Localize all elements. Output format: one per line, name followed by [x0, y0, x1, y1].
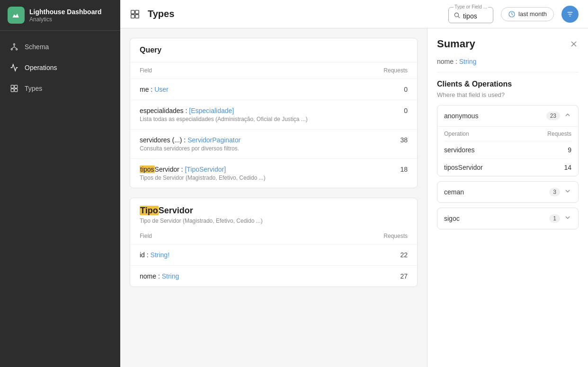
- tipo-servidor-table-header: Field Requests: [130, 228, 417, 245]
- svg-rect-6: [11, 85, 14, 88]
- op-name-servidores: servidores: [444, 146, 475, 154]
- app-info: Lighthouse Dashboard Analytics: [29, 8, 101, 23]
- chevron-down-icon-sigoc: [564, 214, 571, 223]
- table-row: nome : String 27: [130, 266, 417, 287]
- client-count-sigoc: 1: [549, 214, 560, 223]
- close-button[interactable]: [569, 39, 579, 49]
- tipo-rest: Servidor: [159, 206, 193, 215]
- svg-point-2: [16, 49, 18, 50]
- sidebar-label-types: Types: [25, 85, 42, 92]
- field-name-especialidades: especialidades: [140, 107, 184, 114]
- svg-rect-13: [135, 14, 139, 17]
- client-header-anonymous[interactable]: anonymous 23: [437, 105, 578, 126]
- app-name: Lighthouse Dashboard: [29, 8, 101, 16]
- ops-header-requests: Requests: [547, 131, 571, 137]
- field-desc-servidores: Consulta servidores por diversos filtros…: [140, 145, 241, 152]
- field-info: servidores (...) : ServidorPaginator Con…: [140, 136, 241, 152]
- request-count-especialidades: 0: [404, 107, 408, 114]
- clients-section-subtitle: Where that field is used?: [437, 91, 579, 98]
- field-col-header: Field: [140, 233, 152, 239]
- client-count-ceman: 3: [549, 188, 560, 196]
- query-table-header: Field Requests: [130, 62, 417, 79]
- svg-point-1: [11, 49, 12, 50]
- time-filter-button[interactable]: last month: [501, 7, 554, 21]
- client-ops-anonymous: Operation Requests servidores 9 tiposSer…: [437, 126, 578, 176]
- sidebar-nav: Schema Operations Types: [0, 31, 120, 105]
- op-name-tiposservidor: tiposServidor: [444, 164, 483, 171]
- request-count-tiposservidor: 18: [400, 166, 408, 173]
- sidebar-label-operations: Operations: [25, 64, 57, 71]
- panel-field-name: nome: [437, 58, 454, 65]
- schema-icon: [9, 42, 19, 52]
- field-column-header: Field: [140, 67, 152, 74]
- panel-header: Sumary: [437, 38, 579, 50]
- request-count-me: 0: [404, 86, 408, 93]
- table-row: me : User 0: [130, 79, 417, 100]
- client-name-anonymous: anonymous: [444, 112, 478, 120]
- field-info: especialidades : [Especialidade] Lista t…: [140, 107, 308, 122]
- field-type-especialidade[interactable]: [Especialidade]: [189, 107, 234, 114]
- page-type-icon: [130, 9, 140, 19]
- sidebar-item-operations[interactable]: Operations: [0, 57, 120, 78]
- summary-panel: Sumary nome : String Clients & Operation…: [427, 28, 588, 367]
- panel-field-type[interactable]: String: [459, 58, 477, 65]
- client-header-sigoc[interactable]: sigoc 1: [437, 208, 578, 229]
- client-count-anonymous: 23: [546, 112, 560, 120]
- app-subtitle: Analytics: [29, 16, 101, 23]
- op-row-servidores: servidores 9: [444, 141, 571, 159]
- search-icon: [454, 12, 460, 20]
- field-type-user[interactable]: User: [154, 86, 169, 93]
- field-info: tiposServidor : [TipoServidor] Tipos de …: [140, 166, 266, 181]
- table-row: id : String! 22: [130, 245, 417, 266]
- field-info: me : User: [140, 86, 169, 93]
- request-count-id: 22: [400, 251, 408, 259]
- field-type-servidorpaginator[interactable]: ServidorPaginator: [187, 136, 241, 144]
- sidebar-item-schema[interactable]: Schema: [0, 36, 120, 57]
- request-count-nome: 27: [400, 272, 408, 280]
- svg-line-4: [12, 47, 14, 49]
- field-nome: nome: [140, 272, 156, 280]
- svg-rect-9: [15, 89, 18, 92]
- page-title: Types: [148, 9, 174, 19]
- time-filter-label: last month: [518, 10, 547, 17]
- client-block-anonymous: anonymous 23 Operation Requests servid: [437, 105, 579, 176]
- types-icon: [9, 84, 19, 93]
- table-row: tiposServidor : [TipoServidor] Tipos de …: [130, 159, 417, 188]
- sidebar-item-types[interactable]: Types: [0, 78, 120, 99]
- client-block-sigoc: sigoc 1: [437, 208, 579, 229]
- field-name-servidores: servidores (...): [140, 136, 182, 144]
- panel-field-info: nome : String: [437, 58, 579, 72]
- field-desc-especialidades: Lista todas as especialidades (Administr…: [140, 116, 308, 122]
- svg-rect-8: [11, 89, 14, 92]
- client-header-ceman[interactable]: ceman 3: [437, 182, 578, 202]
- svg-line-15: [458, 17, 460, 18]
- svg-rect-12: [131, 14, 134, 17]
- field-desc-tiposservidor: Tipos de Servidor (Magistrado, Efetivo, …: [140, 175, 266, 181]
- chevron-down-icon: [564, 187, 571, 197]
- svg-line-5: [14, 47, 17, 49]
- sidebar-header: Lighthouse Dashboard Analytics: [0, 0, 120, 31]
- request-count-servidores: 38: [400, 136, 408, 144]
- client-block-ceman: ceman 3: [437, 181, 579, 203]
- requests-column-header: Requests: [383, 67, 408, 74]
- content-area: Query Field Requests me : User 0: [120, 28, 588, 367]
- tipo-servidor-card: TipoServidor Tipo de Servidor (Magistrad…: [130, 198, 418, 287]
- sidebar: Lighthouse Dashboard Analytics Schema Op…: [0, 0, 120, 367]
- sidebar-label-schema: Schema: [25, 43, 49, 51]
- table-row: servidores (...) : ServidorPaginator Con…: [130, 130, 417, 159]
- search-input-value[interactable]: tipos: [463, 12, 477, 20]
- filter-button[interactable]: [561, 6, 579, 23]
- field-type-string-nn[interactable]: String!: [151, 251, 169, 259]
- ops-header-operation: Operation: [444, 131, 469, 137]
- panel-title: Sumary: [437, 38, 475, 50]
- topbar: Types Type or Field ... tipos last month: [120, 0, 588, 28]
- field-type-string[interactable]: String: [162, 272, 179, 280]
- field-type-tiposervidor[interactable]: [TipoServidor]: [185, 166, 226, 173]
- tipo-servidor-title: TipoServidor: [140, 206, 408, 216]
- query-card: Query Field Requests me : User 0: [130, 38, 418, 188]
- chevron-up-icon: [564, 111, 571, 121]
- search-legend: Type or Field ...: [454, 5, 488, 9]
- field-name-tipos: tiposServidor: [140, 166, 179, 173]
- svg-rect-7: [15, 85, 18, 88]
- query-card-title: Query: [130, 38, 417, 62]
